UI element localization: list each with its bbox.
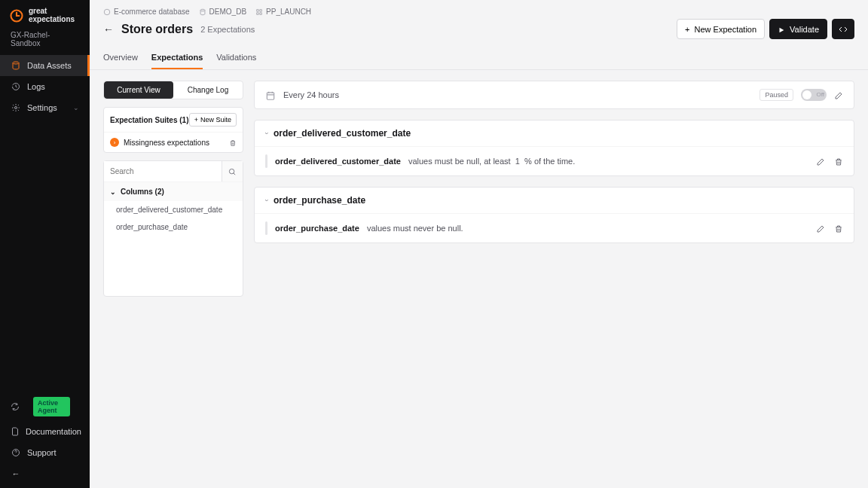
active-agent-badge: Active Agent	[33, 397, 70, 416]
svg-point-4	[104, 9, 110, 15]
arrow-left-icon: ←	[11, 468, 21, 479]
sidebar-item-label: Data Assets	[27, 61, 72, 70]
sidebar-item-agent[interactable]: Active Agent	[0, 392, 90, 421]
expectation-row: order_purchase_date values must never be…	[255, 214, 854, 242]
sidebar-item-logs[interactable]: Logs	[0, 76, 90, 97]
column-item[interactable]: order_purchase_date	[104, 218, 243, 236]
expectation-desc: values must never be null.	[367, 224, 463, 233]
page-title: Store orders	[121, 23, 193, 36]
schedule-toggle[interactable]: Off	[801, 89, 827, 101]
suite-name: Missingness expectations	[124, 139, 209, 147]
play-icon	[778, 25, 785, 34]
help-icon	[11, 447, 21, 458]
new-suite-button[interactable]: + New Suite	[189, 113, 237, 127]
search-input[interactable]	[104, 161, 222, 181]
sidebar-item-label: Documentation	[26, 427, 81, 436]
columns-header[interactable]: ⌄ Columns (2)	[104, 182, 243, 201]
database-icon	[11, 60, 21, 71]
gear-icon	[11, 102, 21, 113]
sidebar-item-documentation[interactable]: Documentation	[0, 421, 90, 442]
edit-schedule-button[interactable]	[834, 90, 843, 100]
sidebar-item-settings[interactable]: Settings ⌄	[0, 97, 90, 118]
main: E-commerce database DEMO_DB PP_LAUNCH ← …	[90, 0, 868, 488]
tab-overview[interactable]: Overview	[103, 47, 138, 69]
delete-expectation-button[interactable]	[834, 224, 843, 233]
sidebar-item-label: Logs	[27, 82, 45, 91]
sidebar: greatexpectations GX-Rachel-Sandbox Data…	[0, 0, 90, 488]
breadcrumb-datasource[interactable]: E-commerce database	[103, 8, 190, 16]
search-icon	[228, 168, 237, 176]
brand-logo[interactable]: greatexpectations	[0, 0, 90, 28]
plus-icon: +	[194, 116, 198, 124]
paused-badge: Paused	[760, 89, 793, 101]
expectation-suites-card: Expectation Suites (1) + New Suite › Mis…	[103, 107, 243, 153]
tabs: Overview Expectations Validations	[90, 47, 868, 70]
expectation-column: order_purchase_date	[275, 224, 359, 233]
chevron-down-icon: ›	[263, 133, 270, 135]
columns-card: ⌄ Columns (2) order_delivered_customer_d…	[103, 160, 243, 297]
calendar-icon	[265, 90, 276, 101]
expectation-group: › order_purchase_date order_purchase_dat…	[254, 187, 854, 243]
group-title: order_delivered_customer_date	[274, 128, 411, 139]
tab-expectations[interactable]: Expectations	[151, 47, 203, 69]
suites-title: Expectation Suites (1)	[110, 116, 188, 124]
chevron-down-icon: ⌄	[73, 104, 79, 111]
plus-icon: +	[685, 25, 689, 34]
view-segmented-control: Current View Change Log	[103, 81, 243, 99]
sidebar-item-support[interactable]: Support	[0, 442, 90, 463]
svg-rect-7	[267, 92, 274, 99]
schema-icon	[255, 8, 263, 16]
sidebar-item-label: Support	[27, 448, 57, 457]
svg-point-6	[229, 169, 234, 173]
history-icon	[11, 81, 21, 92]
chevron-down-icon: ›	[263, 200, 270, 202]
expectation-row: order_delivered_customer_date values mus…	[255, 147, 854, 175]
seg-current-view[interactable]: Current View	[104, 81, 173, 99]
breadcrumb-schema[interactable]: PP_LAUNCH	[255, 8, 311, 16]
sidebar-item-label: Settings	[27, 103, 57, 112]
chevron-down-icon: ⌄	[110, 188, 116, 196]
search-button[interactable]	[222, 161, 243, 181]
document-icon	[11, 426, 20, 437]
seg-change-log[interactable]: Change Log	[173, 81, 243, 99]
expectation-desc: values must be null, at least 1 % of the…	[408, 157, 575, 166]
svg-point-2	[15, 107, 17, 109]
database-icon	[199, 8, 206, 16]
group-header[interactable]: › order_delivered_customer_date	[255, 120, 854, 147]
validate-button[interactable]: Validate	[769, 19, 827, 39]
schedule-text: Every 24 hours	[283, 90, 339, 99]
column-item[interactable]: order_delivered_customer_date	[104, 201, 243, 218]
expectation-column: order_delivered_customer_date	[275, 157, 401, 166]
svg-point-5	[200, 9, 205, 11]
suite-dot-icon: ›	[110, 138, 119, 147]
gx-logo-icon	[9, 8, 24, 23]
sidebar-collapse[interactable]: ←	[0, 463, 90, 488]
left-panel: Current View Change Log Expectation Suit…	[103, 81, 243, 477]
status-bar	[265, 221, 267, 235]
delete-expectation-button[interactable]	[834, 157, 843, 166]
page-subtitle: 2 Expectations	[200, 25, 255, 34]
sync-icon	[11, 401, 20, 412]
breadcrumb-database[interactable]: DEMO_DB	[199, 8, 246, 16]
code-icon	[839, 24, 848, 34]
tab-validations[interactable]: Validations	[216, 47, 256, 69]
svg-point-1	[13, 62, 19, 64]
status-bar	[265, 154, 267, 168]
expectation-group: › order_delivered_customer_date order_de…	[254, 120, 854, 176]
code-button[interactable]	[832, 19, 854, 39]
schedule-card: Every 24 hours Paused Off	[254, 81, 854, 109]
datasource-icon	[103, 8, 111, 16]
main-panel: Every 24 hours Paused Off › order_delive…	[254, 81, 854, 477]
sidebar-item-data-assets[interactable]: Data Assets	[0, 55, 90, 76]
sandbox-name: GX-Rachel-Sandbox	[0, 28, 90, 55]
new-expectation-button[interactable]: + New Expectation	[677, 19, 765, 39]
edit-expectation-button[interactable]	[816, 157, 825, 166]
back-button[interactable]: ←	[103, 23, 114, 35]
edit-expectation-button[interactable]	[816, 224, 825, 233]
group-header[interactable]: › order_purchase_date	[255, 188, 854, 214]
breadcrumb: E-commerce database DEMO_DB PP_LAUNCH	[90, 0, 868, 17]
group-title: order_purchase_date	[274, 195, 365, 206]
delete-suite-button[interactable]	[229, 138, 237, 146]
suite-item[interactable]: › Missingness expectations	[104, 133, 243, 152]
